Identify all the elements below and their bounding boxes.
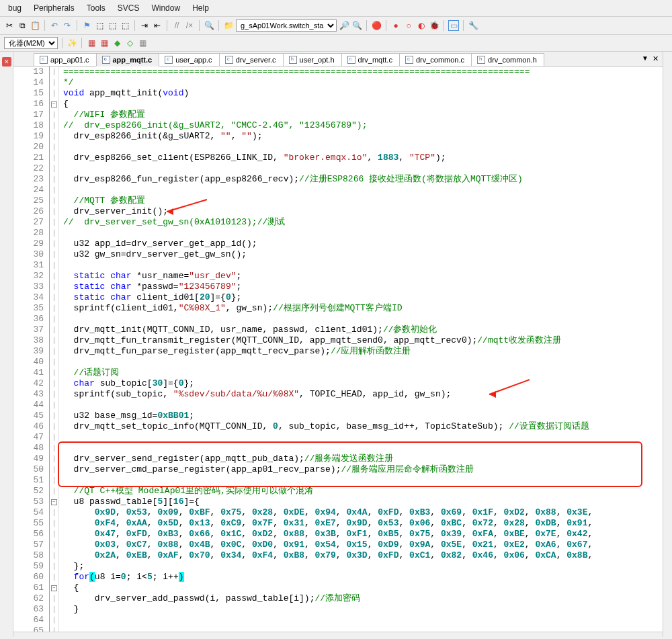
box2-icon[interactable]: ▦ (99, 38, 110, 48)
menu-bug[interactable]: bug (3, 1, 27, 15)
debug-icon[interactable]: 🔴 (371, 20, 382, 31)
step-over-icon[interactable]: ● (390, 20, 401, 31)
tab-label: drv_common.c (416, 56, 464, 64)
box5-icon[interactable]: ▦ (137, 38, 148, 48)
file-c-icon (347, 56, 355, 64)
tab-user_app-c[interactable]: user_app.c (159, 53, 219, 66)
build-toolbar: 化器(M2M) ✨ ▦ ▦ ◆ ◇ ▦ (0, 35, 672, 52)
step-into-icon[interactable]: ○ (403, 20, 414, 31)
menu-svcs[interactable]: SVCS (112, 1, 145, 15)
find-icon[interactable]: 🔍 (204, 20, 214, 31)
folder-icon[interactable]: 📁 (223, 20, 234, 31)
tab-drv_mqtt-c[interactable]: drv_mqtt.c (341, 53, 400, 66)
bookmark-icon[interactable]: ⚑ (81, 20, 92, 31)
box3-icon[interactable]: ◆ (112, 38, 122, 48)
bookmark-clear-icon[interactable]: ⬚ (120, 20, 130, 31)
fold-toggle[interactable]: − (51, 585, 57, 591)
menu-peripherals[interactable]: Peripherals (28, 1, 80, 15)
file-c-icon (165, 56, 173, 64)
paste-icon[interactable]: 📋 (30, 20, 40, 31)
menubar: bugPeripheralsToolsSVCSWindowHelp (0, 0, 672, 17)
tab-menu-icon[interactable]: ▼ (642, 54, 648, 63)
tab-label: user_app.c (175, 56, 212, 64)
code-editor[interactable]: 1314151617181920212223242526272829303132… (13, 67, 663, 632)
tab-label: app_mqtt.c (113, 56, 153, 64)
tab-drv_server-c[interactable]: drv_server.c (219, 53, 284, 66)
uncomment-icon[interactable]: /× (184, 20, 195, 31)
step-out-icon[interactable]: ◐ (416, 20, 427, 31)
comment-icon[interactable]: // (171, 20, 182, 31)
file-c-icon (405, 56, 413, 64)
close-tab-icon[interactable]: ✕ (653, 54, 659, 63)
outdent-icon[interactable]: ⇤ (152, 20, 163, 31)
target-dropdown[interactable]: 化器(M2M) (4, 37, 58, 49)
bookmark-prev-icon[interactable]: ⬚ (94, 20, 105, 31)
cut-icon[interactable]: ✂ (4, 20, 15, 31)
tab-drv_common-c[interactable]: drv_common.c (399, 53, 472, 66)
tab-label: drv_common.h (488, 56, 537, 64)
file-c-icon (40, 56, 48, 64)
find-prev-icon[interactable]: 🔍 (351, 20, 362, 31)
tab-label: drv_server.c (236, 56, 276, 64)
window-icon[interactable]: ▭ (448, 20, 459, 31)
tab-drv_common-h[interactable]: drv_common.h (471, 53, 544, 66)
left-panel-collapsed: ✕ (0, 52, 13, 637)
close-panel-icon[interactable]: ✕ (2, 57, 11, 67)
main-toolbar: ✂ ⧉ 📋 ↶ ↷ ⚑ ⬚ ⬚ ⬚ ⇥ ⇤ // /× 🔍 📁 g_sAp01W… (0, 17, 672, 35)
tab-app_ap01-c[interactable]: app_ap01.c (34, 53, 97, 66)
file-c-icon (225, 56, 233, 64)
undo-icon[interactable]: ↶ (49, 20, 60, 31)
tab-label: user_opt.h (300, 56, 335, 64)
line-gutter: 1314151617181920212223242526272829303132… (13, 67, 50, 632)
bookmark-next-icon[interactable]: ⬚ (107, 20, 118, 31)
copy-icon[interactable]: ⧉ (17, 20, 28, 31)
file-c-icon (102, 56, 110, 64)
menu-window[interactable]: Window (146, 1, 185, 15)
indent-icon[interactable]: ⇥ (139, 20, 150, 31)
fold-toggle[interactable]: − (51, 499, 57, 505)
menu-tools[interactable]: Tools (81, 1, 111, 15)
find-next-icon[interactable]: 🔎 (339, 20, 349, 31)
file-h-icon (289, 56, 297, 64)
code-content[interactable]: ========================================… (59, 67, 593, 632)
tab-label: app_ap01.c (50, 56, 89, 64)
box1-icon[interactable]: ▦ (86, 38, 97, 48)
fold-toggle[interactable]: − (51, 101, 57, 108)
wand-icon[interactable]: ✨ (67, 38, 77, 48)
tab-user_opt-h[interactable]: user_opt.h (283, 53, 342, 66)
search-scope-dropdown[interactable]: g_sAp01Work.switch_sta (236, 19, 337, 32)
run-icon[interactable]: 🐞 (429, 20, 439, 31)
redo-icon[interactable]: ↷ (62, 20, 73, 31)
fold-column: │││−││││││││││││││││││││││││││││││││││││… (50, 67, 59, 632)
file-h-icon (477, 56, 485, 64)
editor-tabbar: app_ap01.capp_mqtt.cuser_app.cdrv_server… (13, 52, 663, 67)
menu-help[interactable]: Help (187, 1, 214, 15)
tab-app_mqtt-c[interactable]: app_mqtt.c (96, 53, 160, 67)
config-icon[interactable]: 🔧 (468, 20, 478, 31)
right-panel-collapsed (663, 52, 672, 637)
tab-label: drv_mqtt.c (358, 56, 392, 64)
box4-icon[interactable]: ◇ (124, 38, 135, 48)
